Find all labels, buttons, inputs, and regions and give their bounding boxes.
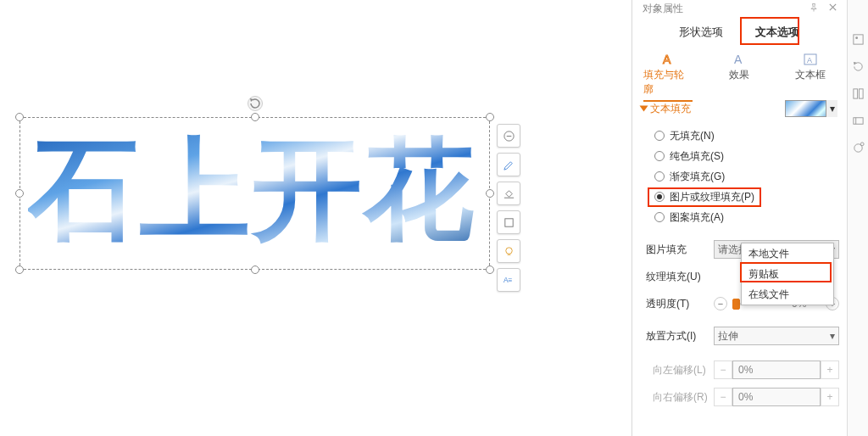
svg-point-13	[855, 36, 858, 39]
color-swatch-dropdown[interactable]: ▾	[785, 100, 837, 117]
tab-effect-label: 效果	[729, 68, 749, 86]
radio-picture-fill[interactable]: 图片或纹理填充(P)	[654, 187, 834, 207]
stepper-plus-button[interactable]: +	[821, 388, 839, 406]
vertical-divider	[632, 0, 632, 436]
outline-button[interactable]	[497, 210, 520, 234]
radio-solid-fill[interactable]: 纯色填充(S)	[654, 146, 834, 166]
rotate-handle[interactable]	[248, 96, 263, 111]
row-placement: 放置方式(I) 拉伸▾	[646, 322, 839, 349]
chevron-down-icon: ▾	[830, 330, 835, 342]
resize-handle-bl[interactable]	[15, 266, 24, 274]
svg-text:A: A	[663, 53, 671, 66]
stepper-plus-button[interactable]: +	[821, 361, 839, 379]
tool-icon-3[interactable]	[848, 80, 868, 107]
resize-handle-r[interactable]	[486, 189, 494, 198]
offset-right-value: 0%	[732, 388, 821, 406]
radio-pattern-fill-label: 图案填充(A)	[670, 210, 724, 225]
resize-handle-tl[interactable]	[15, 113, 24, 121]
right-tool-strip	[847, 0, 868, 436]
texture-fill-label: 纹理填充(U)	[646, 270, 714, 284]
edit-button[interactable]	[497, 153, 520, 176]
canvas-area[interactable]: 石上开花 A≡	[0, 0, 629, 436]
popup-item-local[interactable]: 本地文件	[742, 243, 833, 264]
popup-item-online[interactable]: 在线文件	[742, 284, 833, 305]
radio-no-fill[interactable]: 无填充(N)	[654, 126, 834, 146]
svg-rect-15	[859, 88, 863, 98]
idea-button[interactable]	[497, 239, 520, 263]
panel-top-tabs: 形状选项 文本选项	[634, 17, 844, 48]
svg-rect-16	[854, 117, 863, 124]
properties-panel: 对象属性 形状选项 文本选项 A 填充与轮廓 A 效果 A 文本框 文本填充 ▾	[634, 0, 844, 436]
svg-text:A: A	[807, 56, 812, 64]
panel-header: 对象属性	[634, 0, 844, 17]
placement-label: 放置方式(I)	[646, 329, 714, 344]
panel-title: 对象属性	[643, 2, 683, 16]
fill-fields: 图片填充 请选择图片▾ 纹理填充(U) 本地文件 剪贴板 在线文件 透明度(T)…	[634, 231, 844, 411]
tool-icon-1[interactable]	[848, 25, 868, 53]
placement-value: 拉伸	[718, 329, 738, 344]
row-texture-fill: 纹理填充(U) 本地文件 剪贴板 在线文件	[646, 263, 839, 290]
svg-text:石上开花: 石上开花	[28, 127, 476, 251]
floating-toolbar: A≡	[497, 124, 520, 297]
svg-point-4	[505, 247, 512, 254]
text-effect-icon: A	[732, 51, 747, 68]
picture-fill-label: 图片填充	[646, 243, 714, 257]
resize-handle-tr[interactable]	[486, 113, 494, 121]
offset-left-label: 向左偏移(L)	[646, 363, 714, 377]
radio-no-fill-label: 无填充(N)	[670, 129, 715, 143]
panel-sub-tabs: A 填充与轮廓 A 效果 A 文本框	[634, 48, 844, 95]
row-offset-left: 向左偏移(L) − 0% +	[646, 356, 839, 383]
svg-rect-3	[504, 218, 512, 226]
svg-point-19	[860, 142, 864, 145]
resize-handle-br[interactable]	[486, 266, 494, 274]
fill-type-radios: 无填充(N) 纯色填充(S) 渐变填充(G) 图片或纹理填充(P) 图案填充(A…	[634, 122, 844, 231]
textbox-icon: A	[803, 51, 818, 68]
resize-handle-l[interactable]	[15, 189, 24, 198]
tab-effect[interactable]: A 效果	[715, 51, 764, 86]
text-fill-icon: A	[660, 51, 676, 68]
stepper-minus-button[interactable]: −	[714, 388, 732, 406]
radio-gradient-fill-label: 渐变填充(G)	[670, 170, 725, 184]
opacity-label: 透明度(T)	[646, 297, 714, 311]
offset-left-value: 0%	[732, 361, 821, 379]
pin-icon[interactable]	[809, 3, 819, 13]
resize-handle-t[interactable]	[251, 113, 259, 121]
slider-thumb[interactable]	[732, 299, 740, 310]
text-shape-selection[interactable]: 石上开花	[19, 117, 490, 270]
textbox-opts-button[interactable]: A≡	[497, 268, 520, 292]
svg-rect-12	[854, 34, 863, 43]
close-icon[interactable]	[828, 3, 837, 12]
picture-source-popup: 本地文件 剪贴板 在线文件	[741, 243, 834, 305]
tab-textbox[interactable]: A 文本框	[786, 51, 835, 86]
tool-icon-4[interactable]	[848, 107, 868, 134]
expand-triangle-icon	[640, 106, 648, 112]
radio-pattern-fill[interactable]: 图案填充(A)	[654, 207, 834, 227]
radio-gradient-fill[interactable]: 渐变填充(G)	[654, 166, 834, 187]
offset-right-label: 向右偏移(R)	[646, 390, 714, 405]
row-offset-right: 向右偏移(R) − 0% +	[646, 383, 839, 411]
tool-icon-5[interactable]	[848, 134, 868, 161]
placement-select[interactable]: 拉伸▾	[714, 327, 839, 345]
canvas-text[interactable]: 石上开花	[28, 126, 481, 261]
tab-fill-outline[interactable]: A 填充与轮廓	[643, 51, 693, 102]
tab-shape-options[interactable]: 形状选项	[676, 20, 726, 44]
highlight-box-1	[740, 17, 799, 45]
svg-text:A≡: A≡	[503, 276, 512, 284]
section-label: 文本填充	[650, 102, 785, 116]
radio-picture-fill-label: 图片或纹理填充(P)	[670, 190, 754, 204]
resize-handle-b[interactable]	[251, 266, 259, 274]
stepper-minus-button[interactable]: −	[714, 361, 732, 379]
svg-rect-14	[854, 88, 858, 98]
highlight-box-3	[740, 262, 832, 282]
tab-textbox-label: 文本框	[795, 68, 826, 86]
radio-solid-fill-label: 纯色填充(S)	[670, 149, 724, 164]
fill-button[interactable]	[497, 182, 520, 205]
tab-fill-label: 填充与轮廓	[643, 68, 693, 102]
slider-minus-button[interactable]: −	[714, 297, 727, 310]
svg-text:A: A	[734, 53, 743, 66]
collapse-button[interactable]	[497, 124, 520, 148]
chevron-down-icon: ▾	[826, 100, 837, 117]
tool-icon-2[interactable]	[848, 53, 868, 80]
